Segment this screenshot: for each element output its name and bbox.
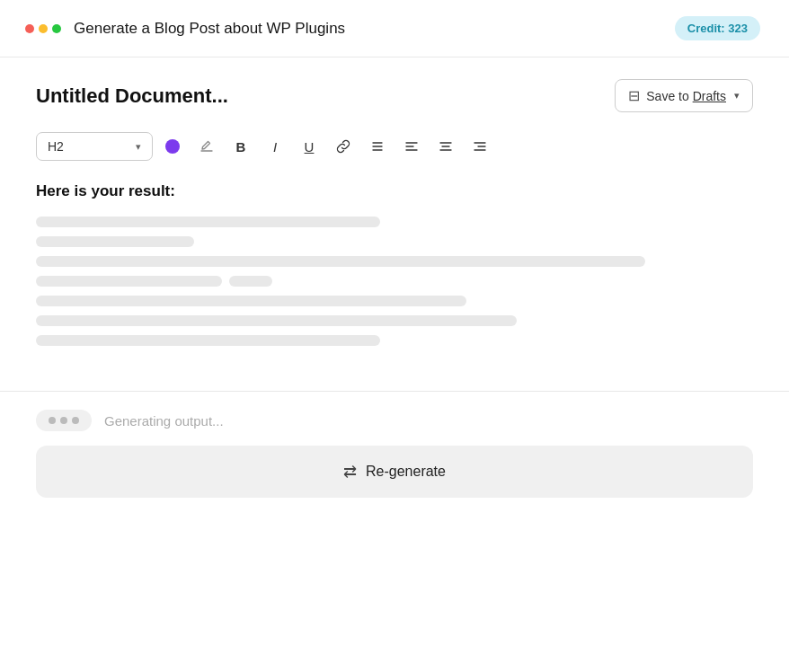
list-icon: [370, 139, 385, 154]
list-button[interactable]: [363, 132, 392, 161]
skeleton-line: [36, 335, 380, 346]
generating-row: Generating output...: [36, 410, 753, 431]
window-dots: [25, 24, 61, 33]
skeleton-line: [36, 296, 466, 306]
heading-chevron-icon: ▾: [136, 141, 141, 153]
result-heading: Here is your result:: [36, 182, 753, 200]
skeleton-lines: [36, 217, 753, 346]
align-right-icon: [473, 139, 487, 154]
save-drafts-button[interactable]: ⊟ Save to Drafts ▾: [615, 79, 753, 112]
align-right-button[interactable]: [465, 132, 494, 161]
dot-red: [25, 24, 34, 33]
align-center-icon: [439, 139, 453, 154]
header-title: Generate a Blog Post about WP Plugins: [74, 20, 345, 38]
chevron-down-icon: ▾: [734, 90, 740, 102]
align-center-button[interactable]: [431, 132, 460, 161]
italic-button[interactable]: I: [261, 132, 289, 161]
document-title[interactable]: Untitled Document...: [36, 84, 228, 108]
skeleton-line: [36, 256, 645, 267]
save-drafts-label: Save to Drafts: [646, 89, 726, 103]
underline-icon: U: [305, 139, 315, 155]
document-header: Untitled Document... ⊟ Save to Drafts ▾: [36, 79, 753, 112]
gen-dot-2: [60, 417, 67, 424]
skeleton-line: [36, 236, 194, 247]
toolbar: H2 ▾ B I U: [36, 132, 753, 161]
document-container: Untitled Document... ⊟ Save to Drafts ▾ …: [0, 57, 789, 392]
generating-status: Generating output...: [104, 413, 224, 429]
bold-icon: B: [236, 139, 246, 155]
gen-dot-1: [49, 417, 56, 424]
generating-dots-indicator: [36, 410, 92, 431]
dot-green: [52, 24, 61, 33]
align-left-icon: [404, 139, 419, 154]
italic-icon: I: [273, 139, 277, 155]
link-button[interactable]: [329, 132, 358, 161]
credit-badge: Credit: 323: [675, 16, 760, 40]
regenerate-button[interactable]: ⇄ Re-generate: [36, 446, 753, 498]
skeleton-row: [36, 276, 753, 287]
header: Generate a Blog Post about WP Plugins Cr…: [0, 0, 789, 57]
underline-button[interactable]: U: [295, 132, 324, 161]
skeleton-line: [229, 276, 272, 287]
color-dot: [165, 139, 180, 154]
skeleton-line: [36, 315, 517, 326]
file-icon: ⊟: [628, 87, 640, 104]
regenerate-icon: ⇄: [343, 462, 357, 482]
bold-button[interactable]: B: [226, 132, 255, 161]
align-left-button[interactable]: [397, 132, 426, 161]
bottom-bar: Generating output... ⇄ Re-generate: [0, 392, 789, 516]
regenerate-label: Re-generate: [366, 464, 446, 480]
link-icon: [336, 139, 350, 154]
highlight-icon: [199, 139, 214, 154]
skeleton-line: [36, 276, 222, 287]
skeleton-line: [36, 217, 380, 227]
heading-select[interactable]: H2 ▾: [36, 132, 153, 161]
color-picker-button[interactable]: [158, 132, 187, 161]
dot-yellow: [39, 24, 48, 33]
gen-dot-3: [72, 417, 79, 424]
highlight-button[interactable]: [192, 132, 221, 161]
header-left: Generate a Blog Post about WP Plugins: [25, 20, 345, 38]
heading-value: H2: [48, 139, 64, 154]
content-area: Here is your result:: [36, 182, 753, 373]
